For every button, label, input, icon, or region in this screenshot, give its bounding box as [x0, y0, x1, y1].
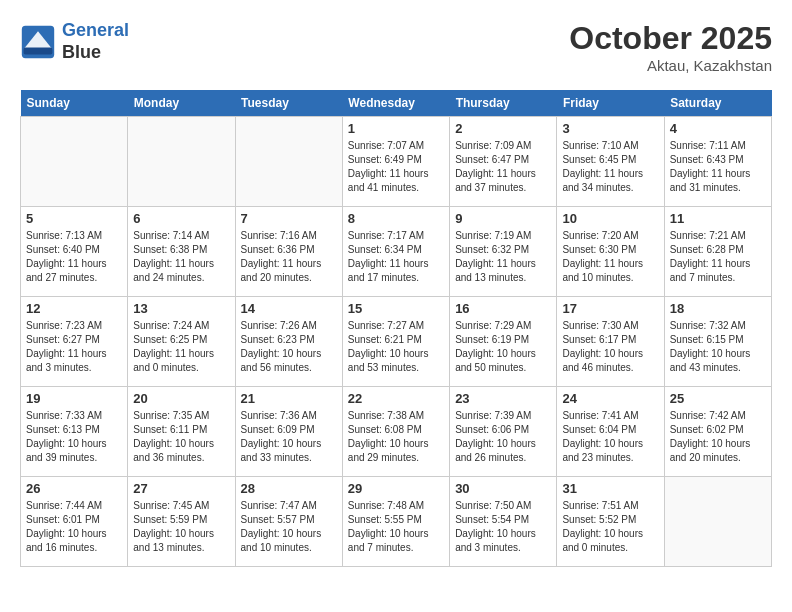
- day-number: 14: [241, 301, 337, 316]
- calendar-cell: 30Sunrise: 7:50 AM Sunset: 5:54 PM Dayli…: [450, 477, 557, 567]
- week-row-2: 5Sunrise: 7:13 AM Sunset: 6:40 PM Daylig…: [21, 207, 772, 297]
- week-row-5: 26Sunrise: 7:44 AM Sunset: 6:01 PM Dayli…: [21, 477, 772, 567]
- day-info: Sunrise: 7:32 AM Sunset: 6:15 PM Dayligh…: [670, 319, 766, 375]
- week-row-3: 12Sunrise: 7:23 AM Sunset: 6:27 PM Dayli…: [21, 297, 772, 387]
- month-title: October 2025: [569, 20, 772, 57]
- calendar-cell: [21, 117, 128, 207]
- day-number: 26: [26, 481, 122, 496]
- day-number: 3: [562, 121, 658, 136]
- calendar-cell: 1Sunrise: 7:07 AM Sunset: 6:49 PM Daylig…: [342, 117, 449, 207]
- day-number: 20: [133, 391, 229, 406]
- calendar-cell: 3Sunrise: 7:10 AM Sunset: 6:45 PM Daylig…: [557, 117, 664, 207]
- calendar-cell: 25Sunrise: 7:42 AM Sunset: 6:02 PM Dayli…: [664, 387, 771, 477]
- day-number: 11: [670, 211, 766, 226]
- weekday-header-row: SundayMondayTuesdayWednesdayThursdayFrid…: [21, 90, 772, 117]
- day-number: 4: [670, 121, 766, 136]
- day-info: Sunrise: 7:21 AM Sunset: 6:28 PM Dayligh…: [670, 229, 766, 285]
- day-number: 28: [241, 481, 337, 496]
- location-subtitle: Aktau, Kazakhstan: [569, 57, 772, 74]
- day-info: Sunrise: 7:11 AM Sunset: 6:43 PM Dayligh…: [670, 139, 766, 195]
- weekday-header-saturday: Saturday: [664, 90, 771, 117]
- day-info: Sunrise: 7:44 AM Sunset: 6:01 PM Dayligh…: [26, 499, 122, 555]
- calendar-cell: 23Sunrise: 7:39 AM Sunset: 6:06 PM Dayli…: [450, 387, 557, 477]
- weekday-header-friday: Friday: [557, 90, 664, 117]
- calendar-cell: 19Sunrise: 7:33 AM Sunset: 6:13 PM Dayli…: [21, 387, 128, 477]
- calendar-cell: 5Sunrise: 7:13 AM Sunset: 6:40 PM Daylig…: [21, 207, 128, 297]
- weekday-header-wednesday: Wednesday: [342, 90, 449, 117]
- calendar-cell: 11Sunrise: 7:21 AM Sunset: 6:28 PM Dayli…: [664, 207, 771, 297]
- logo-line1: General: [62, 20, 129, 40]
- day-number: 18: [670, 301, 766, 316]
- day-number: 8: [348, 211, 444, 226]
- calendar-cell: 8Sunrise: 7:17 AM Sunset: 6:34 PM Daylig…: [342, 207, 449, 297]
- calendar-cell: [128, 117, 235, 207]
- weekday-header-tuesday: Tuesday: [235, 90, 342, 117]
- calendar-cell: 31Sunrise: 7:51 AM Sunset: 5:52 PM Dayli…: [557, 477, 664, 567]
- day-number: 27: [133, 481, 229, 496]
- calendar-cell: 20Sunrise: 7:35 AM Sunset: 6:11 PM Dayli…: [128, 387, 235, 477]
- day-info: Sunrise: 7:41 AM Sunset: 6:04 PM Dayligh…: [562, 409, 658, 465]
- day-number: 5: [26, 211, 122, 226]
- day-number: 1: [348, 121, 444, 136]
- logo-line2: Blue: [62, 42, 129, 64]
- day-info: Sunrise: 7:10 AM Sunset: 6:45 PM Dayligh…: [562, 139, 658, 195]
- day-number: 6: [133, 211, 229, 226]
- day-number: 7: [241, 211, 337, 226]
- day-number: 25: [670, 391, 766, 406]
- calendar-cell: 27Sunrise: 7:45 AM Sunset: 5:59 PM Dayli…: [128, 477, 235, 567]
- day-info: Sunrise: 7:33 AM Sunset: 6:13 PM Dayligh…: [26, 409, 122, 465]
- day-info: Sunrise: 7:13 AM Sunset: 6:40 PM Dayligh…: [26, 229, 122, 285]
- calendar-cell: 9Sunrise: 7:19 AM Sunset: 6:32 PM Daylig…: [450, 207, 557, 297]
- calendar-cell: 28Sunrise: 7:47 AM Sunset: 5:57 PM Dayli…: [235, 477, 342, 567]
- day-number: 12: [26, 301, 122, 316]
- day-info: Sunrise: 7:48 AM Sunset: 5:55 PM Dayligh…: [348, 499, 444, 555]
- day-info: Sunrise: 7:45 AM Sunset: 5:59 PM Dayligh…: [133, 499, 229, 555]
- day-info: Sunrise: 7:51 AM Sunset: 5:52 PM Dayligh…: [562, 499, 658, 555]
- day-info: Sunrise: 7:09 AM Sunset: 6:47 PM Dayligh…: [455, 139, 551, 195]
- calendar-cell: 17Sunrise: 7:30 AM Sunset: 6:17 PM Dayli…: [557, 297, 664, 387]
- logo-text: General Blue: [62, 20, 129, 63]
- day-number: 21: [241, 391, 337, 406]
- calendar-cell: 18Sunrise: 7:32 AM Sunset: 6:15 PM Dayli…: [664, 297, 771, 387]
- day-info: Sunrise: 7:16 AM Sunset: 6:36 PM Dayligh…: [241, 229, 337, 285]
- day-info: Sunrise: 7:19 AM Sunset: 6:32 PM Dayligh…: [455, 229, 551, 285]
- title-block: October 2025 Aktau, Kazakhstan: [569, 20, 772, 74]
- day-info: Sunrise: 7:17 AM Sunset: 6:34 PM Dayligh…: [348, 229, 444, 285]
- day-info: Sunrise: 7:29 AM Sunset: 6:19 PM Dayligh…: [455, 319, 551, 375]
- day-info: Sunrise: 7:20 AM Sunset: 6:30 PM Dayligh…: [562, 229, 658, 285]
- weekday-header-monday: Monday: [128, 90, 235, 117]
- calendar-cell: 7Sunrise: 7:16 AM Sunset: 6:36 PM Daylig…: [235, 207, 342, 297]
- calendar-cell: 29Sunrise: 7:48 AM Sunset: 5:55 PM Dayli…: [342, 477, 449, 567]
- day-info: Sunrise: 7:27 AM Sunset: 6:21 PM Dayligh…: [348, 319, 444, 375]
- calendar-cell: 13Sunrise: 7:24 AM Sunset: 6:25 PM Dayli…: [128, 297, 235, 387]
- calendar-cell: 14Sunrise: 7:26 AM Sunset: 6:23 PM Dayli…: [235, 297, 342, 387]
- day-number: 17: [562, 301, 658, 316]
- day-number: 22: [348, 391, 444, 406]
- calendar-cell: 24Sunrise: 7:41 AM Sunset: 6:04 PM Dayli…: [557, 387, 664, 477]
- calendar-cell: [235, 117, 342, 207]
- calendar-cell: 4Sunrise: 7:11 AM Sunset: 6:43 PM Daylig…: [664, 117, 771, 207]
- day-info: Sunrise: 7:24 AM Sunset: 6:25 PM Dayligh…: [133, 319, 229, 375]
- day-info: Sunrise: 7:14 AM Sunset: 6:38 PM Dayligh…: [133, 229, 229, 285]
- day-info: Sunrise: 7:07 AM Sunset: 6:49 PM Dayligh…: [348, 139, 444, 195]
- day-info: Sunrise: 7:30 AM Sunset: 6:17 PM Dayligh…: [562, 319, 658, 375]
- weekday-header-sunday: Sunday: [21, 90, 128, 117]
- day-number: 10: [562, 211, 658, 226]
- calendar-cell: 21Sunrise: 7:36 AM Sunset: 6:09 PM Dayli…: [235, 387, 342, 477]
- calendar-cell: 10Sunrise: 7:20 AM Sunset: 6:30 PM Dayli…: [557, 207, 664, 297]
- day-number: 31: [562, 481, 658, 496]
- day-info: Sunrise: 7:38 AM Sunset: 6:08 PM Dayligh…: [348, 409, 444, 465]
- svg-rect-2: [24, 47, 53, 54]
- day-info: Sunrise: 7:39 AM Sunset: 6:06 PM Dayligh…: [455, 409, 551, 465]
- logo: General Blue: [20, 20, 129, 63]
- day-info: Sunrise: 7:47 AM Sunset: 5:57 PM Dayligh…: [241, 499, 337, 555]
- day-number: 16: [455, 301, 551, 316]
- day-info: Sunrise: 7:42 AM Sunset: 6:02 PM Dayligh…: [670, 409, 766, 465]
- day-info: Sunrise: 7:36 AM Sunset: 6:09 PM Dayligh…: [241, 409, 337, 465]
- day-number: 2: [455, 121, 551, 136]
- day-number: 13: [133, 301, 229, 316]
- calendar-cell: 26Sunrise: 7:44 AM Sunset: 6:01 PM Dayli…: [21, 477, 128, 567]
- day-number: 23: [455, 391, 551, 406]
- weekday-header-thursday: Thursday: [450, 90, 557, 117]
- calendar-cell: 6Sunrise: 7:14 AM Sunset: 6:38 PM Daylig…: [128, 207, 235, 297]
